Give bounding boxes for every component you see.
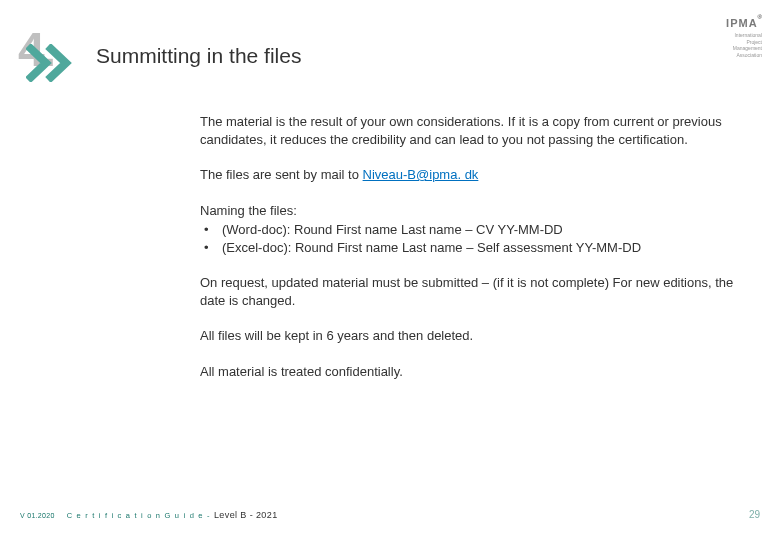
footer: V 01.2020 C e r t i f i c a t i o n G u …: [20, 509, 760, 520]
naming-block: Naming the files: (Word-doc): Round Firs…: [200, 202, 755, 257]
page-title: Summitting in the files: [96, 44, 301, 68]
email-link[interactable]: Niveau-B@ipma. dk: [363, 167, 479, 182]
chevrons-icon: [26, 44, 82, 82]
guide-sub: Level B - 2021: [214, 510, 278, 520]
naming-bullet-1: (Word-doc): Round First name Last name –…: [200, 221, 755, 239]
p2-prefix: The files are sent by mail to: [200, 167, 363, 182]
paragraph-1: The material is the result of your own c…: [200, 113, 755, 148]
section-number-block: 4.: [30, 30, 90, 85]
paragraph-2: The files are sent by mail to Niveau-B@i…: [200, 166, 755, 184]
guide-label: C e r t i f i c a t i o n G u i d e -: [67, 511, 214, 520]
content-body: The material is the result of your own c…: [200, 113, 755, 380]
paragraph-4: All files will be kept in 6 years and th…: [200, 327, 755, 345]
logo-text: IPMA: [726, 17, 758, 29]
logo-subtext: International Project Management Associa…: [726, 32, 762, 58]
naming-title: Naming the files:: [200, 202, 755, 220]
paragraph-3: On request, updated material must be sub…: [200, 274, 755, 309]
naming-bullet-2: (Excel-doc): Round First name Last name …: [200, 239, 755, 257]
paragraph-5: All material is treated confidentially.: [200, 363, 755, 381]
page-number: 29: [749, 509, 760, 520]
ipma-logo: IPMA® International Project Management A…: [726, 14, 762, 58]
version-label: V 01.2020: [20, 512, 55, 519]
logo-reg: ®: [758, 14, 762, 20]
